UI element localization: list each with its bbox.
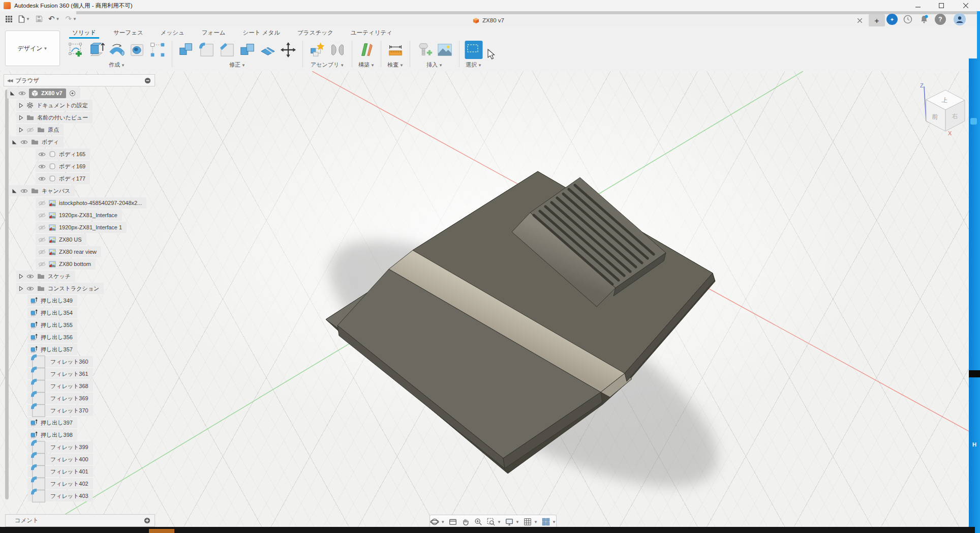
save-button[interactable] [34, 15, 45, 22]
tree-row[interactable]: ボディ169 [36, 161, 90, 172]
expand-open-icon[interactable] [12, 139, 17, 145]
insert-fastener-tool[interactable] [415, 40, 434, 60]
tree-row[interactable]: 押し出し354 [27, 307, 77, 318]
move-copy-tool[interactable] [279, 40, 297, 60]
group-label-dropdown[interactable]: 選択▼ [466, 61, 482, 69]
fillet-tool[interactable] [198, 40, 216, 60]
visibility-off-icon[interactable] [38, 261, 46, 267]
tree-row[interactable]: 原点 [16, 124, 64, 135]
tree-row[interactable]: 押し出し349 [27, 295, 77, 306]
tree-row[interactable]: istockphoto-458540297-2048x2... [36, 197, 146, 209]
tree-row[interactable]: 1920px-ZX81_Interface 1 [36, 222, 127, 233]
selected-node-chip[interactable]: ZX80 v7 [29, 88, 66, 98]
expand-open-icon[interactable] [12, 188, 17, 194]
app-grid-button[interactable] [3, 15, 15, 23]
close-button[interactable] [956, 0, 976, 11]
tree-row[interactable]: 名前の付いたビュー [16, 112, 93, 123]
visibility-off-icon[interactable] [38, 213, 46, 218]
visibility-on-icon[interactable] [26, 286, 34, 291]
visibility-on-icon[interactable] [38, 176, 46, 182]
browser-scrollbar[interactable] [5, 90, 9, 499]
tree-row[interactable]: ZX80 v7 [7, 87, 80, 99]
new-tab-button[interactable]: + [869, 14, 885, 26]
look-at-nav-button[interactable] [448, 517, 457, 526]
ribbon-tab-7[interactable]: ユーティリティ [350, 26, 393, 39]
visibility-off-icon[interactable] [38, 225, 46, 230]
account-avatar[interactable] [954, 13, 966, 25]
tree-row[interactable]: 押し出し356 [27, 332, 77, 343]
extensions-globe-icon[interactable]: ✦ [886, 14, 898, 25]
visibility-off-icon[interactable] [38, 200, 46, 206]
visibility-on-icon[interactable] [26, 274, 34, 279]
help-icon[interactable]: ? [935, 14, 946, 25]
expand-closed-icon[interactable] [19, 286, 23, 291]
comment-bar[interactable]: コメント [5, 514, 155, 527]
tree-row[interactable]: 1920px-ZX81_Interface [36, 210, 122, 221]
ribbon-tab-1[interactable]: ソリッド [71, 26, 97, 39]
grid-display-nav-button[interactable]: ▼ [523, 517, 538, 526]
pan-nav-button[interactable] [461, 517, 470, 526]
zoom-nav-button[interactable] [474, 517, 483, 526]
visibility-on-icon[interactable] [20, 139, 28, 145]
tree-row[interactable]: ボディ177 [36, 173, 90, 184]
expand-closed-icon[interactable] [19, 103, 23, 108]
tree-row[interactable]: ZX80 bottom [36, 258, 96, 270]
group-label-dropdown[interactable]: 挿入▼ [426, 61, 443, 69]
tree-row[interactable]: スケッチ [16, 271, 75, 282]
job-status-clock-icon[interactable] [902, 14, 913, 25]
visibility-on-icon[interactable] [38, 164, 46, 169]
notifications-bell-icon[interactable] [918, 14, 930, 25]
expand-open-icon[interactable] [10, 91, 15, 96]
ribbon-tab-5[interactable]: シート メタル [242, 26, 282, 39]
hole-tool[interactable] [128, 40, 146, 60]
joint-tool[interactable] [328, 40, 347, 60]
measure-tool[interactable] [386, 40, 405, 60]
group-label-dropdown[interactable]: 構築▼ [358, 61, 375, 69]
tree-row[interactable]: 押し出し397 [27, 417, 77, 428]
undo-button[interactable]: ↶▼ [46, 14, 62, 23]
visibility-off-icon[interactable] [26, 127, 34, 133]
revolve-tool[interactable] [108, 40, 126, 60]
redo-button[interactable]: ↷▼ [63, 14, 79, 23]
fit-nav-button[interactable]: ▼ [486, 517, 501, 526]
visibility-on-icon[interactable] [18, 91, 26, 96]
workspace-switcher[interactable]: デザイン▼ [5, 31, 60, 66]
tree-row[interactable]: ドキュメントの設定 [16, 100, 93, 111]
press-pull-tool[interactable] [177, 40, 196, 60]
split-body-tool[interactable] [259, 40, 277, 60]
extrude-tool[interactable] [87, 40, 106, 60]
viewport-3d-scene[interactable] [0, 71, 980, 533]
chamfer-tool[interactable] [218, 40, 236, 60]
maximize-button[interactable] [931, 0, 952, 11]
titlebar[interactable]: Autodesk Fusion 360 (個人用 - 商用利用不可) [0, 0, 980, 12]
ribbon-tab-4[interactable]: フォーム [201, 26, 227, 39]
tree-row[interactable]: キャンバス [9, 185, 75, 196]
expand-closed-icon[interactable] [19, 274, 23, 279]
construction-plane-tool[interactable] [357, 40, 376, 60]
tree-row[interactable]: ZX80 rear view [36, 246, 101, 257]
tree-row[interactable]: ZX80 US [36, 234, 86, 245]
visibility-off-icon[interactable] [38, 237, 46, 243]
tree-row[interactable]: ボディ165 [36, 149, 90, 160]
group-label-dropdown[interactable]: アセンブリ▼ [311, 61, 344, 69]
panel-collapse-icon[interactable]: ◀◀ [7, 78, 12, 83]
expand-closed-icon[interactable] [19, 127, 23, 133]
new-component-tool[interactable] [308, 40, 326, 60]
tree-row[interactable]: フィレット403 [27, 490, 93, 501]
file-menu-button[interactable]: ▼ [16, 15, 32, 23]
tab-close-icon[interactable] [855, 16, 864, 25]
ribbon-tab-6[interactable]: プラスチック [296, 26, 334, 39]
browser-panel-header[interactable]: ◀◀ ブラウザ [4, 74, 155, 86]
group-label-dropdown[interactable]: 作成▼ [109, 61, 125, 69]
visibility-off-icon[interactable] [38, 249, 46, 255]
viewports-nav-button[interactable]: ▼ [541, 517, 556, 526]
activate-component-radio[interactable] [69, 90, 76, 97]
document-tab[interactable]: ZX80 v7 [109, 14, 868, 26]
tree-row[interactable]: ボディ [9, 136, 64, 147]
rectangular-pattern-tool[interactable] [148, 40, 167, 60]
group-label-dropdown[interactable]: 検査▼ [387, 61, 404, 69]
panel-hide-icon[interactable] [144, 77, 151, 84]
ribbon-tab-3[interactable]: メッシュ [160, 26, 186, 39]
tree-row[interactable]: 押し出し355 [27, 319, 77, 331]
select-tool[interactable] [465, 40, 483, 60]
